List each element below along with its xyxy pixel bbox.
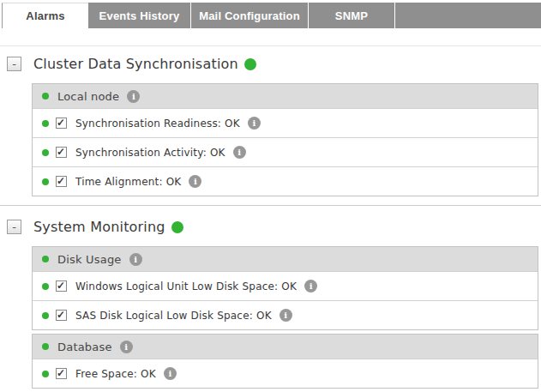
- status-bullet: [42, 256, 49, 262]
- status-dot: [244, 58, 256, 70]
- status-bullet: [42, 343, 49, 350]
- alarm-label: Synchronisation Readiness: OK: [75, 118, 240, 130]
- alarm-checkbox[interactable]: [56, 147, 67, 158]
- alarm-label: Time Alignment: OK: [75, 176, 181, 188]
- tab-bar: AlarmsEvents HistoryMail ConfigurationSN…: [2, 3, 541, 28]
- group-disk-usage: Disk UsageiWindows Logical Unit Low Disk…: [32, 246, 538, 330]
- info-icon[interactable]: i: [189, 175, 201, 188]
- info-icon[interactable]: i: [304, 280, 317, 292]
- info-icon[interactable]: i: [120, 341, 133, 353]
- tabbar-underline: [0, 45, 541, 46]
- info-icon[interactable]: i: [280, 309, 292, 322]
- group-local-node: Local nodeiSynchronisation Readiness: OK…: [32, 83, 538, 196]
- section-divider: [0, 205, 541, 206]
- tab-bar-filler: [395, 3, 541, 28]
- section-header-system-monitoring: -System Monitoring: [7, 215, 541, 238]
- info-icon[interactable]: i: [127, 90, 140, 103]
- status-dot: [171, 221, 183, 233]
- group-header-database: Databasei: [33, 335, 538, 359]
- status-bullet: [42, 283, 49, 290]
- group-title: Disk Usage: [57, 253, 122, 266]
- group-title: Database: [57, 341, 112, 353]
- alarms-panel: -Cluster Data SynchronisationLocal nodei…: [0, 28, 541, 389]
- alarm-row-synchronisation-activity-ok: Synchronisation Activity: OKi: [33, 137, 538, 166]
- alarm-label: Synchronisation Activity: OK: [75, 147, 225, 159]
- alarm-checkbox[interactable]: [56, 118, 67, 129]
- info-icon[interactable]: i: [233, 146, 246, 159]
- alarm-row-sas-disk-logical-low-disk-space-ok: SAS Disk Logical Low Disk Space: OKi: [33, 300, 538, 329]
- status-bullet: [42, 371, 49, 377]
- alarm-row-free-space-ok: Free Space: OKi: [33, 359, 538, 388]
- alarm-label: Free Space: OK: [75, 368, 156, 380]
- group-title: Local node: [57, 90, 119, 103]
- info-icon[interactable]: i: [248, 117, 261, 130]
- alarm-row-synchronisation-readiness-ok: Synchronisation Readiness: OKi: [33, 108, 538, 137]
- group-header-local-node: Local nodei: [33, 84, 538, 108]
- tab-mail-configuration[interactable]: Mail Configuration: [191, 3, 308, 28]
- tab-snmp[interactable]: SNMP: [309, 3, 394, 28]
- tab-events-history[interactable]: Events History: [88, 3, 190, 28]
- sections-container: -Cluster Data SynchronisationLocal nodei…: [0, 52, 541, 389]
- info-icon[interactable]: i: [164, 367, 177, 380]
- info-icon[interactable]: i: [129, 253, 142, 266]
- alarm-checkbox[interactable]: [56, 368, 67, 379]
- section-header-cluster-data-synchronisation: -Cluster Data Synchronisation: [7, 52, 541, 75]
- alarm-checkbox[interactable]: [56, 280, 67, 292]
- section-title: System Monitoring: [33, 219, 165, 235]
- alarm-label: Windows Logical Unit Low Disk Space: OK: [75, 280, 297, 292]
- section-title: Cluster Data Synchronisation: [33, 56, 238, 72]
- status-bullet: [42, 120, 49, 127]
- status-bullet: [42, 178, 49, 185]
- group-database: DatabaseiFree Space: OKi: [32, 334, 538, 389]
- collapse-icon[interactable]: -: [7, 220, 21, 234]
- status-bullet: [42, 312, 49, 319]
- collapse-icon[interactable]: -: [7, 57, 21, 71]
- status-bullet: [42, 93, 49, 100]
- alarm-checkbox[interactable]: [56, 310, 67, 321]
- alarm-row-time-alignment-ok: Time Alignment: OKi: [33, 166, 538, 196]
- alarm-checkbox[interactable]: [56, 176, 67, 187]
- alarm-row-windows-logical-unit-low-disk-space-ok: Windows Logical Unit Low Disk Space: OKi: [33, 271, 538, 300]
- status-bullet: [42, 149, 49, 156]
- group-header-disk-usage: Disk Usagei: [33, 247, 538, 271]
- alarm-label: SAS Disk Logical Low Disk Space: OK: [75, 310, 272, 322]
- tab-alarms[interactable]: Alarms: [2, 3, 88, 28]
